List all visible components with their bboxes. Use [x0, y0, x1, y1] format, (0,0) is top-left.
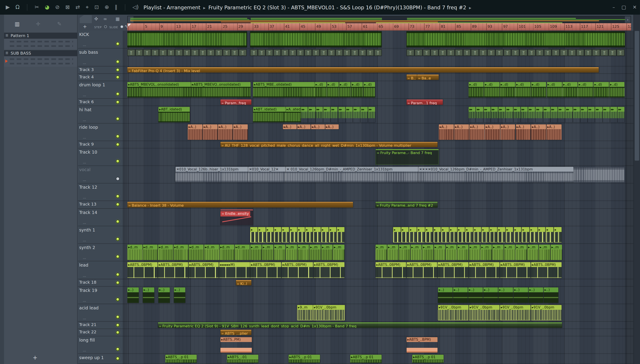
clip-header[interactable]: ▸ABT..idated) [158, 107, 190, 112]
clip-header[interactable]: ▸ [546, 227, 553, 232]
track-header-track-4[interactable]: Track 4 [78, 74, 123, 81]
audio-clip[interactable]: ▸A..) [470, 124, 485, 140]
audio-clip[interactable]: ▸d..m [219, 244, 234, 260]
track-mute-led[interactable] [116, 298, 120, 302]
clip-header[interactable]: ▸ [417, 227, 425, 232]
pattern-clip[interactable]: Ξ [135, 49, 143, 56]
track-mute-led[interactable] [116, 281, 120, 284]
clip-header[interactable]: ▸..) [158, 288, 170, 292]
audio-clip[interactable]: ▸▸ [603, 107, 610, 122]
audio-clip[interactable]: ▸..m [539, 244, 550, 260]
audio-clip[interactable]: ▸..d) [516, 82, 531, 98]
pattern-clip[interactable]: Ξ [167, 49, 175, 56]
audio-clip[interactable]: ▸..d) [547, 82, 562, 98]
audio-clip[interactable]: ▸ABTS_..p 01 [289, 355, 320, 363]
clip-header[interactable]: ▸ [409, 227, 417, 232]
clip-header[interactable]: ▸ABTS..0BPM) [127, 262, 157, 267]
clip-header[interactable]: ▸ [433, 227, 441, 232]
automation-clip[interactable]: ∞Fruity Parame..and 7 freq #2 [375, 202, 438, 208]
pattern-clip[interactable]: Ξ [471, 49, 479, 56]
audio-clip[interactable]: ▸ [425, 227, 433, 242]
audio-clip[interactable]: ▸ABT..idated) [253, 107, 286, 122]
audio-clip[interactable]: ▸▸ [316, 107, 323, 122]
audio-clip[interactable]: ▸ [538, 227, 545, 242]
add-pattern-button[interactable]: + [33, 354, 38, 361]
pattern-clip[interactable]: Ξ [143, 49, 151, 56]
track-options-dots[interactable]: ⋯ [83, 119, 87, 123]
clip-header[interactable]: ▸ABTS_..BPM) [406, 337, 438, 342]
audio-clip[interactable]: ▸d..m [158, 244, 173, 260]
track-mute-led[interactable] [116, 92, 120, 96]
track-options-dots[interactable]: ⋯ [83, 44, 87, 48]
clip-header[interactable]: ▸ABTS..0BPM) [407, 262, 437, 267]
clip-header[interactable]: ▸A..) [203, 124, 218, 129]
pattern-clip[interactable]: Ξ [343, 49, 351, 56]
clip-header[interactable]: ▸A..) [188, 124, 202, 129]
audio-clip[interactable]: ▸▸ [353, 107, 360, 122]
clip-header[interactable]: ▸..d) [315, 82, 326, 87]
track-header-acid-lead[interactable]: acid lead⋯ [78, 304, 123, 322]
audio-clip[interactable]: ▸..d) [484, 82, 500, 98]
clip-header[interactable]: ▸..) [438, 288, 453, 292]
track-options-dots[interactable]: ⋯ [83, 239, 87, 243]
track-options-dots[interactable]: ⋯ [83, 257, 87, 260]
clip-header[interactable]: ▸..) [529, 288, 543, 292]
clip-header[interactable]: ▸ABTS_..01 [227, 355, 258, 360]
audio-clip[interactable]: ▸..) [529, 288, 543, 303]
audio-clip[interactable]: ▸..m [333, 244, 344, 260]
audio-clip[interactable]: ▸..m [527, 244, 539, 260]
audio-clip[interactable]: ▸..d) [609, 82, 625, 98]
audio-clip[interactable]: ▸ABTS_..01 [227, 355, 258, 363]
track-mute-led[interactable] [116, 100, 120, 104]
clip-header[interactable]: ▸ [474, 227, 481, 232]
pattern-clip[interactable]: Ξ [617, 49, 624, 56]
clip-header[interactable]: ▸..m [457, 244, 469, 250]
audio-clip[interactable]: ▸▸ [543, 107, 550, 122]
close-button[interactable]: ✕ [633, 0, 637, 15]
automation-clip[interactable]: ∞Param..freq [221, 100, 252, 105]
audio-clip[interactable]: ▸A..) [233, 124, 248, 140]
audio-clip[interactable]: ▸ [290, 227, 297, 242]
track-header-kick[interactable]: KICK⋯ [78, 31, 123, 48]
clip-header[interactable]: ▸▸ [543, 107, 550, 112]
audio-clip[interactable]: ▸d..m [143, 244, 157, 260]
automation-clip[interactable]: ∞Fruity Parame..- Band 7 freq [375, 149, 439, 165]
clip-header[interactable]: ▸▸ [338, 107, 345, 112]
audio-clip[interactable]: ▸▸ [484, 107, 491, 122]
clip-header[interactable]: ▸ABTS_..p 01 [289, 355, 320, 360]
audio-clip[interactable]: ▸..m [551, 244, 562, 260]
audio-clip[interactable]: ▸..) [127, 288, 139, 303]
audio-clip[interactable]: ▸A..) [439, 124, 454, 140]
audio-clip[interactable]: ▸ABTS_MBE..olidated) [253, 82, 315, 98]
clip-header[interactable]: ▸ [465, 227, 473, 232]
audio-clip[interactable]: ▸A..) [500, 124, 515, 140]
clip-header[interactable]: ▸A..) [546, 124, 561, 129]
audio-clip[interactable]: ▸▸ [573, 107, 580, 122]
automation-clip[interactable]: ∞AU_THF_128_vocal_pitched_male_chorus_da… [221, 142, 438, 147]
clip-header[interactable]: ▸..m [481, 244, 492, 250]
clip-header[interactable]: ▸..m [422, 244, 434, 250]
clip-header[interactable]: ▸▸ [521, 107, 528, 112]
clip-header[interactable]: ▸A..) [516, 124, 531, 129]
clip-header[interactable]: ▸..m [321, 244, 332, 250]
audio-clip[interactable]: ▸ [313, 227, 321, 242]
clip-header[interactable]: ▸▸ [603, 107, 610, 112]
audio-clip[interactable]: ▸▸ [565, 107, 572, 122]
audio-clip[interactable]: ▸..m [492, 244, 504, 260]
audio-clip[interactable]: ▸ [409, 227, 417, 242]
clip-header[interactable]: ▸ABTS..PM) [221, 337, 252, 342]
maximize-button[interactable]: ▢ [621, 0, 626, 15]
swap-icon[interactable]: ⇄ [76, 0, 80, 15]
clip-header[interactable]: ▸▸ [498, 107, 506, 112]
mute-speaker-icon[interactable]: ⊠ [65, 0, 70, 15]
meter-icon[interactable]: ∥ [115, 0, 117, 15]
clip-header[interactable]: ▸A..) [454, 124, 469, 129]
track-mute-led[interactable] [116, 134, 120, 138]
pattern-clip[interactable]: Ξ [199, 49, 206, 56]
clip-header[interactable]: ▸91V_..0bpm [469, 305, 500, 310]
audio-clip[interactable]: ▸▸ [610, 107, 617, 122]
clip-header[interactable]: ▸91V_..0bpm [531, 305, 562, 310]
audio-clip[interactable]: ▸ [457, 227, 465, 242]
clip-header[interactable]: ▸..d) [500, 82, 515, 87]
audio-clip[interactable]: ▸A..) [325, 124, 339, 129]
